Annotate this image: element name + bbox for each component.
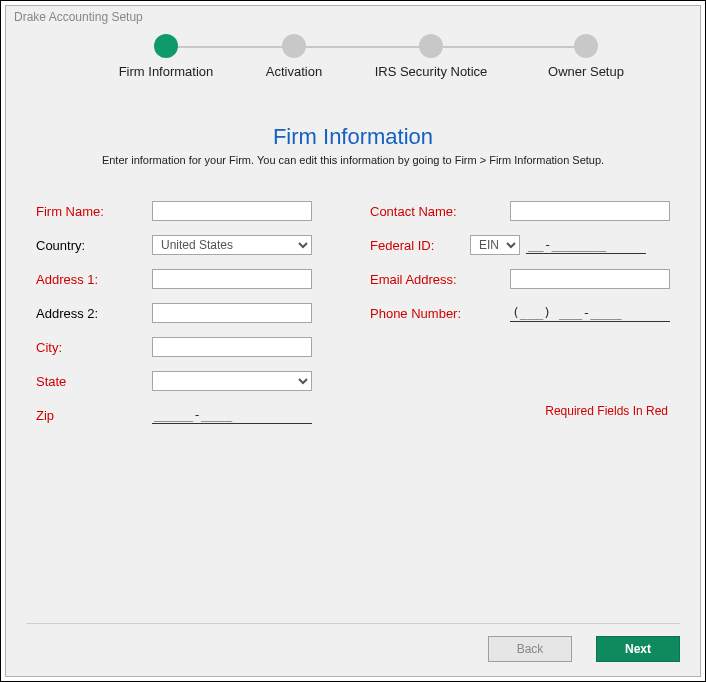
- zip-input[interactable]: _____-____: [152, 407, 312, 424]
- step-irs-security[interactable]: IRS Security Notice: [361, 34, 501, 79]
- city-input[interactable]: [152, 337, 312, 357]
- form-columns: Firm Name: Country: United States Addres…: [36, 200, 670, 438]
- page-subtitle: Enter information for your Firm. You can…: [36, 154, 670, 166]
- firm-name-input[interactable]: [152, 201, 312, 221]
- address2-label: Address 2:: [36, 306, 152, 321]
- window-title: Drake Accounting Setup: [6, 6, 700, 28]
- address2-input[interactable]: [152, 303, 312, 323]
- federal-id-input[interactable]: __-_______: [526, 237, 646, 254]
- contact-name-input[interactable]: [510, 201, 670, 221]
- step-owner-setup[interactable]: Owner Setup: [516, 34, 656, 79]
- window: Drake Accounting Setup Firm Information …: [0, 0, 706, 682]
- phone-label: Phone Number:: [370, 306, 510, 321]
- content: Firm Information Enter information for y…: [6, 110, 700, 438]
- email-label: Email Address:: [370, 272, 510, 287]
- window-inner: Drake Accounting Setup Firm Information …: [5, 5, 701, 677]
- address1-input[interactable]: [152, 269, 312, 289]
- page-title: Firm Information: [36, 124, 670, 150]
- step-circle-icon: [282, 34, 306, 58]
- step-label: IRS Security Notice: [361, 64, 501, 79]
- country-select[interactable]: United States: [152, 235, 312, 255]
- phone-input[interactable]: (___) ___-____: [510, 305, 670, 322]
- city-label: City:: [36, 340, 152, 355]
- step-circle-icon: [419, 34, 443, 58]
- contact-name-label: Contact Name:: [370, 204, 510, 219]
- step-label: Firm Information: [96, 64, 236, 79]
- firm-name-label: Firm Name:: [36, 204, 152, 219]
- next-button[interactable]: Next: [596, 636, 680, 662]
- country-label: Country:: [36, 238, 152, 253]
- footer: Back Next: [26, 623, 680, 662]
- step-label: Activation: [224, 64, 364, 79]
- state-select[interactable]: [152, 371, 312, 391]
- zip-label: Zip: [36, 408, 152, 423]
- back-button[interactable]: Back: [488, 636, 572, 662]
- right-column: Contact Name: Federal ID: EIN __-_______…: [370, 200, 670, 438]
- state-label: State: [36, 374, 152, 389]
- footer-buttons: Back Next: [26, 636, 680, 662]
- step-circle-icon: [574, 34, 598, 58]
- step-firm-information[interactable]: Firm Information: [96, 34, 236, 79]
- address1-label: Address 1:: [36, 272, 152, 287]
- federal-id-type-select[interactable]: EIN: [470, 235, 520, 255]
- federal-id-label: Federal ID:: [370, 238, 470, 253]
- step-label: Owner Setup: [516, 64, 656, 79]
- step-activation[interactable]: Activation: [224, 34, 364, 79]
- email-input[interactable]: [510, 269, 670, 289]
- left-column: Firm Name: Country: United States Addres…: [36, 200, 330, 438]
- footer-divider: [26, 623, 680, 624]
- step-circle-icon: [154, 34, 178, 58]
- required-fields-note: Required Fields In Red: [370, 404, 670, 418]
- stepper: Firm Information Activation IRS Security…: [6, 34, 700, 90]
